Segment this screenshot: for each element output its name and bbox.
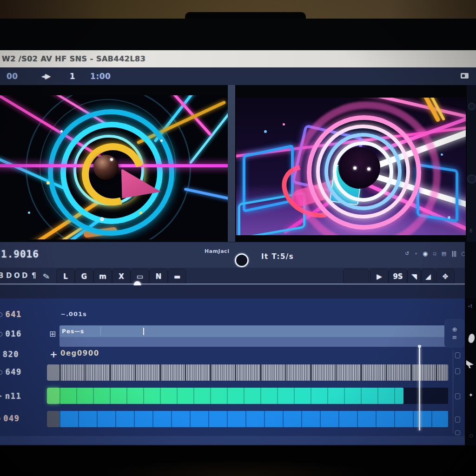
loop-icon[interactable]: ↺ xyxy=(405,251,409,256)
preview-monitors: 6 xyxy=(0,85,476,242)
pen-tool-icon[interactable]: ✎ xyxy=(42,271,51,282)
track-label-1: 641 xyxy=(5,310,21,319)
dot-icon[interactable]: ∘ xyxy=(414,251,417,256)
timeline-bottom-strip xyxy=(0,436,465,444)
info-left-value: 00 xyxy=(7,72,18,81)
screen-bezel-bottom xyxy=(0,445,476,476)
audio-track-clip-blue[interactable] xyxy=(60,411,448,427)
bars-icon[interactable]: ||| xyxy=(451,251,456,257)
track-label-2: 016 xyxy=(5,329,21,338)
tools-row: B D O D ¶ ✎ L G m X ▭ N ▬ ▶ 9S ◥ ◢ ✥ xyxy=(0,268,476,285)
transport-mini-icons: ↺ ∘ ◉ ▫ ▤ ||| ○ xyxy=(405,251,466,257)
info-bar: 00 ◄▶ 1 1:00 xyxy=(0,67,476,85)
track-icon-4: ○ xyxy=(0,369,2,375)
tool-glyph-2[interactable]: D xyxy=(6,271,12,280)
video-track-swatch[interactable] xyxy=(47,364,60,381)
track-row-label-4[interactable]: ○ 649 xyxy=(0,367,43,377)
timeline-ruler[interactable]: Pes—s xyxy=(60,325,448,347)
track-icon-1: ○ xyxy=(0,311,2,317)
scroll-knob-3[interactable] xyxy=(455,393,460,399)
tool-button-l[interactable]: L xyxy=(56,269,75,284)
bezel-reflection-sparkle: ✦ xyxy=(469,392,473,398)
photo-of-screen: W2 /S02 AV HF SNS - SAB442L83 00 ◄▶ 1 1:… xyxy=(0,0,476,476)
screen-bezel-top xyxy=(0,19,476,50)
track-row-label-2[interactable]: ○ 016 xyxy=(0,329,43,338)
panel-layout-icon[interactable] xyxy=(461,73,469,79)
bezel-reflection-b: ○ xyxy=(469,433,473,438)
track-label-3: 820 xyxy=(3,350,19,359)
square-icon[interactable]: ▫ xyxy=(433,251,436,256)
duration-value: 1:00 xyxy=(90,72,111,81)
corner-tl-button[interactable]: ◥ xyxy=(407,269,421,284)
track-row-label-1[interactable]: ○ 641 xyxy=(0,310,43,319)
scroll-knob-4[interactable] xyxy=(455,416,460,423)
tool-button-x[interactable]: X xyxy=(112,269,131,284)
scroll-knob-2[interactable] xyxy=(455,368,460,374)
timeline-scrollbar[interactable] xyxy=(453,350,453,433)
track-label-6: 049 xyxy=(3,414,20,423)
tool-button-m[interactable]: m xyxy=(93,269,112,284)
audio-track-clip-green[interactable] xyxy=(60,388,403,404)
grid-icon[interactable]: ▤ xyxy=(442,251,446,256)
tool-glyph-1[interactable]: B xyxy=(0,271,3,280)
window-title-bar: W2 /S02 AV HF SNS - SAB442L83 xyxy=(0,50,476,67)
track-label-5: n11 xyxy=(5,391,21,401)
track-row-label-6[interactable]: ◗ 049 xyxy=(0,414,43,423)
tool-glyph-4[interactable]: D xyxy=(22,271,27,280)
right-bezel-strip: 6 xyxy=(467,85,476,242)
tools-gap-row xyxy=(0,285,476,298)
corner-br-button[interactable]: ◢ xyxy=(421,269,435,284)
zoom-slider-track[interactable] xyxy=(0,284,466,284)
play-button[interactable]: ▶ xyxy=(370,269,389,284)
speed-button[interactable]: 9S xyxy=(389,269,407,284)
list-icon[interactable]: ≡ xyxy=(452,334,457,340)
record-button[interactable] xyxy=(235,253,249,267)
segment-label: 0eg0900 xyxy=(60,349,99,357)
track-label-4: 649 xyxy=(5,367,21,377)
bezel-knob-mid xyxy=(467,174,476,184)
scroll-knob-1[interactable] xyxy=(455,352,460,358)
source-grid-icon[interactable]: ⊞ xyxy=(49,329,56,338)
bezel-reflection-a: ∘t xyxy=(468,304,472,309)
add-track-icon[interactable]: + xyxy=(50,349,58,360)
tool-button-bar[interactable]: ▬ xyxy=(168,269,186,284)
track-icon-6: ◗ xyxy=(0,415,0,422)
green-track-swatch[interactable] xyxy=(47,388,60,404)
rate-label: It T:5/s xyxy=(261,252,294,261)
ruler-tick-mark xyxy=(143,328,144,335)
target-icon[interactable]: ◉ xyxy=(423,251,428,257)
ruler-label: Pes—s xyxy=(62,328,84,335)
tool-glyph-5[interactable]: ¶ xyxy=(32,271,36,280)
tool-button-n[interactable]: N xyxy=(149,269,168,284)
track-icon-2: ○ xyxy=(0,331,2,337)
tool-button-g[interactable]: G xyxy=(75,269,93,284)
program-monitor-video[interactable] xyxy=(236,98,466,235)
window-title: W2 /S02 AV HF SNS - SAB442L83 xyxy=(2,54,145,63)
band-right-bezel xyxy=(465,242,476,298)
playhead[interactable] xyxy=(419,348,420,430)
tool-button-empty[interactable] xyxy=(343,269,369,284)
bezel-knob-top xyxy=(468,103,476,110)
source-monitor-video[interactable] xyxy=(0,95,228,239)
ruler-faint-mark xyxy=(100,326,101,336)
track-row-label-3[interactable]: ⟩ 820 xyxy=(0,350,43,359)
timeline-toolbox: ⊕ ≡ xyxy=(444,319,465,348)
blue-track-swatch[interactable] xyxy=(47,411,60,427)
scroll-knob-5[interactable] xyxy=(455,430,460,435)
move-button[interactable]: ✥ xyxy=(436,269,455,284)
track-number: 1 xyxy=(70,72,75,81)
track-row-label-5[interactable]: ➤ n11 xyxy=(0,391,43,401)
monitor-divider xyxy=(228,85,235,242)
keyframe-icon[interactable]: ◄▶ xyxy=(41,72,49,80)
timecode-display[interactable]: 1.9016 xyxy=(1,249,39,260)
bezel-glyph: 6 xyxy=(469,228,472,233)
transport-bar: 1.9016 HamJaci It T:5/s ↺ ∘ ◉ ▫ ▤ ||| ○ xyxy=(0,242,476,268)
track-icon-5: ➤ xyxy=(0,393,2,399)
video-track-clip[interactable] xyxy=(60,364,448,381)
clip-label: HamJaci xyxy=(205,248,229,254)
tool-glyph-3[interactable]: O xyxy=(14,271,20,280)
timeline-right-bezel xyxy=(465,298,476,445)
timeline-scale-label: ~.001s xyxy=(60,311,87,317)
timeline-panel: ○ 641 ○ 016 ⟩ 820 ○ 649 ➤ n11 ◗ 049 ⊞ + xyxy=(0,298,476,445)
add-circle-icon[interactable]: ⊕ xyxy=(452,326,457,332)
